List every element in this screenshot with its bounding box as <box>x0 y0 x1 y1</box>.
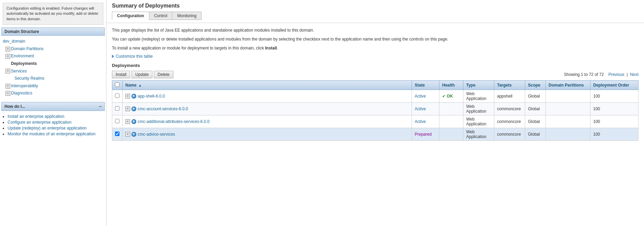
diagnostics-link[interactable]: Diagnostics <box>11 90 32 97</box>
row-targets-cell: commoncore <box>494 115 525 128</box>
row-deployment-order: 100 <box>593 119 600 124</box>
tab-control[interactable]: Control <box>149 12 173 20</box>
th-type[interactable]: Type <box>463 81 494 90</box>
tree-item-environment[interactable]: + Environment <box>5 53 103 60</box>
row-deployment-order-cell: 100 <box>590 115 639 128</box>
th-deployment-order[interactable]: Deployment Order <box>590 81 639 90</box>
row-checkbox-cell[interactable] <box>112 115 123 128</box>
th-domain-partitions[interactable]: Domain Partitions <box>546 81 590 90</box>
app-name-link[interactable]: app-shell-6.0.0 <box>138 94 165 99</box>
tree-item-dev-domain[interactable]: dev_domain <box>3 38 103 45</box>
row-health-cell <box>439 128 463 141</box>
row-name-cell: + cmc-advice-services <box>123 128 412 141</box>
th-scope[interactable]: Scope <box>525 81 546 90</box>
th-health[interactable]: Health <box>439 81 463 90</box>
row-checkbox-cell[interactable] <box>112 90 123 103</box>
domain-structure-header: Domain Structure <box>1 27 105 36</box>
row-checkbox[interactable] <box>115 106 119 111</box>
app-name-link[interactable]: cmc-advice-services <box>138 132 175 137</box>
th-checkbox[interactable] <box>112 81 123 90</box>
next-link[interactable]: Next <box>630 72 639 77</box>
howdoi-item-1[interactable]: Install an enterprise application <box>8 114 103 119</box>
row-type: WebApplication <box>466 129 486 139</box>
row-expander[interactable]: + <box>125 119 130 124</box>
install-button[interactable]: Install <box>112 71 130 78</box>
table-row: + cmc-additional-attributes-services-6.0… <box>112 115 639 128</box>
th-name[interactable]: Name ▲ <box>123 81 412 90</box>
services-link[interactable]: Services <box>11 68 27 75</box>
tabs-container: Configuration Control Monitoring <box>112 12 639 20</box>
howdoi-item-2[interactable]: Configure an enterprise application <box>8 120 103 125</box>
expander-environment[interactable]: + <box>5 54 10 59</box>
howdoi-header: How do I... − <box>1 102 105 111</box>
row-name-cell: + cmc-additional-attributes-services-6.0… <box>123 115 412 128</box>
row-name-cell: + app-shell-6.0.0 <box>123 90 412 103</box>
row-type-cell: WebApplication <box>463 115 494 128</box>
row-domain-partitions-cell <box>546 115 590 128</box>
th-state[interactable]: State <box>412 81 439 90</box>
row-checkbox[interactable] <box>115 119 119 123</box>
row-health-cell <box>439 115 463 128</box>
row-scope-cell: Global <box>525 128 546 141</box>
delete-button[interactable]: Delete <box>154 71 173 78</box>
app-name-link[interactable]: cmc-additional-attributes-services-6.0.0 <box>138 119 209 124</box>
toolbar: Install Update Delete Showing 1 to 72 of… <box>112 71 639 78</box>
row-expander[interactable]: + <box>125 106 130 111</box>
row-checkbox-cell[interactable] <box>112 103 123 115</box>
row-targets-cell: appshell <box>494 90 525 103</box>
tree-item-domain-partitions[interactable]: + Domain Partitions <box>5 45 103 53</box>
row-targets: commoncore <box>497 119 521 124</box>
row-scope: Global <box>528 132 540 137</box>
select-all-checkbox[interactable] <box>115 82 119 87</box>
page-title: Summary of Deployments <box>112 3 639 9</box>
row-scope-cell: Global <box>525 103 546 115</box>
row-targets-cell: commoncore <box>494 103 525 115</box>
howdoi-item-3[interactable]: Update (redeploy) an enterprise applicat… <box>8 126 103 131</box>
row-name-cell: + cmc-account-services-6.0.0 <box>123 103 412 115</box>
app-name-link[interactable]: cmc-account-services-6.0.0 <box>138 106 188 111</box>
update-button[interactable]: Update <box>131 71 152 78</box>
row-checkbox[interactable] <box>115 93 119 98</box>
expander-diagnostics[interactable]: + <box>5 91 10 96</box>
tree-item-security-realms[interactable]: Security Realms <box>9 75 103 82</box>
customize-table-link[interactable]: Customize this table <box>112 54 639 59</box>
content-body: This page displays the list of Java EE a… <box>106 23 644 145</box>
domain-partitions-link[interactable]: Domain Partitions <box>11 45 44 53</box>
app-icon <box>131 132 136 137</box>
tree-item-interoperability[interactable]: + Interoperability <box>5 82 103 90</box>
tab-configuration[interactable]: Configuration <box>112 12 149 20</box>
tree-item-diagnostics[interactable]: + Diagnostics <box>5 90 103 97</box>
security-realms-link[interactable]: Security Realms <box>14 75 44 82</box>
interoperability-link[interactable]: Interoperability <box>11 82 38 90</box>
config-notice: Configuration editing is enabled. Future… <box>3 3 103 25</box>
howdoi-collapse-icon[interactable]: − <box>99 104 102 109</box>
expander-interoperability[interactable]: + <box>5 84 10 89</box>
row-deployment-order-cell: 100 <box>590 90 639 103</box>
expander-domain-partitions[interactable]: + <box>5 47 10 52</box>
config-notice-text: Configuration editing is enabled. Future… <box>7 6 98 21</box>
tab-monitoring[interactable]: Monitoring <box>172 12 202 20</box>
row-targets: commoncore <box>497 132 521 137</box>
install-link[interactable]: Install <box>265 46 277 50</box>
dev-domain-link[interactable]: dev_domain <box>3 38 25 45</box>
row-state: Prepared <box>415 132 432 137</box>
th-targets[interactable]: Targets <box>494 81 525 90</box>
howdoi-item-4[interactable]: Monitor the modules of an enterprise app… <box>8 132 103 136</box>
previous-link[interactable]: Previous <box>608 72 624 77</box>
environment-link[interactable]: Environment <box>11 53 34 60</box>
domain-tree: dev_domain + Domain Partitions + Environ… <box>0 36 106 99</box>
row-health-cell <box>439 103 463 115</box>
row-expander[interactable]: + <box>125 94 130 99</box>
row-targets-cell: commoncore <box>494 128 525 141</box>
row-type: WebApplication <box>466 117 486 126</box>
row-expander[interactable]: + <box>125 132 130 137</box>
row-checkbox-cell[interactable] <box>112 128 123 141</box>
tree-item-deployments[interactable]: Deployments <box>5 60 103 68</box>
row-domain-partitions-cell <box>546 90 590 103</box>
row-checkbox[interactable] <box>115 132 119 136</box>
expander-services[interactable]: + <box>5 69 10 74</box>
row-type: WebApplication <box>466 104 486 114</box>
tree-item-services[interactable]: + Services <box>5 68 103 75</box>
row-targets: commoncore <box>497 106 521 111</box>
table-row: + cmc-advice-services Prepared WebApplic… <box>112 128 639 141</box>
